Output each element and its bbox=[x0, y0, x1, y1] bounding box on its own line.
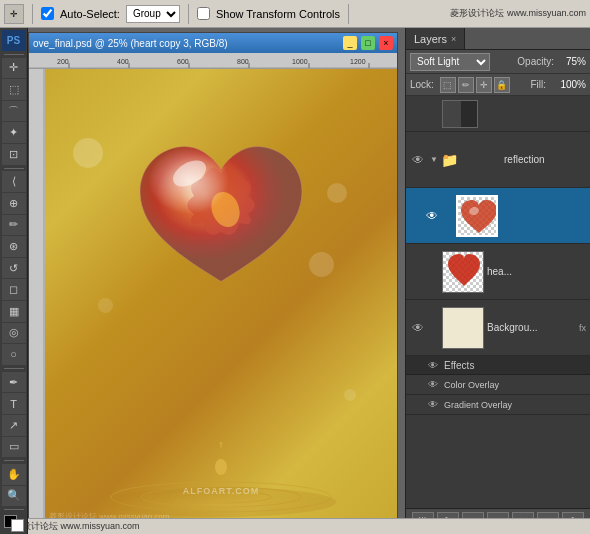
minimize-button[interactable]: _ bbox=[343, 36, 357, 50]
layer-bg-arrow bbox=[429, 320, 439, 336]
layer-hea-thumbnail bbox=[442, 251, 484, 293]
layer-item-background[interactable]: 👁 Backgrou... fx bbox=[406, 300, 590, 356]
bokeh-5 bbox=[344, 389, 356, 401]
effects-label: Effects bbox=[444, 360, 474, 371]
fill-value[interactable]: 100% bbox=[550, 79, 586, 90]
path-select-tool[interactable]: ↗ bbox=[2, 415, 26, 436]
lock-all-btn[interactable]: 🔒 bbox=[494, 77, 510, 93]
blend-mode-select[interactable]: Soft Light bbox=[410, 53, 490, 71]
layer-heart-copy-visibility[interactable]: 👁 bbox=[424, 208, 440, 224]
toolbar-divider-2 bbox=[188, 4, 189, 24]
bokeh-4 bbox=[309, 252, 334, 277]
layer-0-arrow bbox=[429, 106, 439, 122]
lock-transparent-btn[interactable]: ⬚ bbox=[440, 77, 456, 93]
crop-tool[interactable]: ⊡ bbox=[2, 144, 26, 165]
layer-reflection-arrow[interactable]: ▼ bbox=[429, 152, 439, 168]
layer-hea-arrow bbox=[429, 264, 439, 280]
transform-controls-checkbox[interactable] bbox=[197, 7, 210, 20]
document-titlebar: ove_final.psd @ 25% (heart copy 3, RGB/8… bbox=[29, 33, 397, 53]
layers-tab[interactable]: Layers × bbox=[406, 28, 465, 49]
tool-separator-4 bbox=[4, 460, 24, 461]
canvas-image-area[interactable]: ALFOART.COM 菱形设计论坛 www.missyuan.com bbox=[45, 69, 397, 526]
maximize-button[interactable]: □ bbox=[361, 36, 375, 50]
lock-position-btn[interactable]: ✛ bbox=[476, 77, 492, 93]
shape-tool[interactable]: ▭ bbox=[2, 437, 26, 458]
opacity-label: Opacity: bbox=[517, 56, 554, 67]
layer-hea-name: hea... bbox=[487, 266, 586, 277]
document-title: ove_final.psd @ 25% (heart copy 3, RGB/8… bbox=[33, 38, 339, 49]
svg-rect-0 bbox=[29, 53, 397, 69]
auto-select-label: Auto-Select: bbox=[60, 8, 120, 20]
eyedropper-tool[interactable]: ⟨ bbox=[2, 171, 26, 192]
move-tool[interactable]: ✛ bbox=[2, 58, 26, 79]
blur-tool[interactable]: ◎ bbox=[2, 323, 26, 344]
site-watermark: 菱形设计论坛 www.missyuan.com bbox=[450, 7, 586, 20]
color-overlay-name: Color Overlay bbox=[444, 380, 499, 390]
text-tool[interactable]: T bbox=[2, 393, 26, 414]
tool-separator-3 bbox=[4, 368, 24, 369]
layer-reflection-visibility[interactable]: 👁 bbox=[410, 152, 426, 168]
brush-tool[interactable]: ✏ bbox=[2, 215, 26, 236]
svg-text:1000: 1000 bbox=[292, 58, 308, 65]
heal-tool[interactable]: ⊕ bbox=[2, 193, 26, 214]
lasso-tool[interactable]: ⌒ bbox=[2, 101, 26, 122]
tool-separator-5 bbox=[4, 509, 24, 510]
tool-separator-1 bbox=[4, 54, 24, 55]
eraser-tool[interactable]: ◻ bbox=[2, 279, 26, 300]
zoom-tool[interactable]: 🔍 bbox=[2, 486, 26, 507]
layer-item-reflection[interactable]: 👁 ▼ 📁 reflection bbox=[406, 132, 590, 188]
lock-icons-group: ⬚ ✏ ✛ 🔒 bbox=[440, 77, 510, 93]
tool-ps-logo: PS bbox=[2, 30, 26, 51]
pen-tool[interactable]: ✒ bbox=[2, 372, 26, 393]
hand-tool[interactable]: ✋ bbox=[2, 464, 26, 485]
effect-color-overlay[interactable]: 👁 Color Overlay bbox=[406, 375, 590, 395]
show-transform-label: Show Transform Controls bbox=[216, 8, 340, 20]
selection-tool[interactable]: ⬚ bbox=[2, 79, 26, 100]
background-color[interactable] bbox=[11, 519, 24, 532]
layers-tab-close[interactable]: × bbox=[451, 34, 456, 44]
svg-rect-24 bbox=[443, 101, 461, 128]
layer-item-heart-copy[interactable]: 👁 bbox=[406, 188, 590, 244]
ruler-svg: 200 400 600 800 1000 1200 bbox=[29, 53, 397, 69]
lock-row: Lock: ⬚ ✏ ✛ 🔒 Fill: 100% bbox=[406, 74, 590, 96]
fill-label: Fill: bbox=[530, 79, 546, 90]
gradient-overlay-eye[interactable]: 👁 bbox=[426, 398, 440, 412]
layer-bg-thumbnail bbox=[442, 307, 484, 349]
layer-0-thumbnail bbox=[442, 100, 478, 128]
effects-header-row: 👁 Effects bbox=[406, 356, 590, 375]
bokeh-2 bbox=[327, 183, 347, 203]
auto-select-checkbox[interactable] bbox=[41, 7, 54, 20]
move-tool-icon[interactable]: ✛ bbox=[4, 4, 24, 24]
clone-stamp-tool[interactable]: ⊛ bbox=[2, 236, 26, 257]
effects-eye[interactable]: 👁 bbox=[426, 358, 440, 372]
layer-bg-visibility[interactable]: 👁 bbox=[410, 320, 426, 336]
layer-item-0[interactable] bbox=[406, 96, 590, 132]
auto-select-dropdown[interactable]: Group bbox=[126, 5, 180, 23]
color-swatches[interactable] bbox=[4, 515, 24, 532]
toolbar-divider-1 bbox=[32, 4, 33, 24]
color-overlay-eye[interactable]: 👁 bbox=[426, 378, 440, 392]
history-tool[interactable]: ↺ bbox=[2, 258, 26, 279]
horizontal-ruler: 200 400 600 800 1000 1200 bbox=[29, 53, 397, 69]
layer-heart-copy-arrow bbox=[443, 208, 453, 224]
left-tools-panel: PS ✛ ⬚ ⌒ ✦ ⊡ ⟨ ⊕ ✏ ⊛ ↺ ◻ ▦ ◎ ○ ✒ T ↗ ▭ ✋… bbox=[0, 28, 28, 534]
opacity-value[interactable]: 75% bbox=[558, 56, 586, 67]
layer-bg-name: Backgrou... bbox=[487, 322, 574, 333]
canvas-content: ALFOART.COM 菱形设计论坛 www.missyuan.com bbox=[45, 69, 397, 526]
water-ripples-svg bbox=[101, 437, 341, 517]
layers-panel: Layers × Soft Light Opacity: 75% Lock: ⬚… bbox=[405, 28, 590, 534]
magic-wand-tool[interactable]: ✦ bbox=[2, 122, 26, 143]
lock-image-btn[interactable]: ✏ bbox=[458, 77, 474, 93]
bottom-status-bar: 菱形设计论坛 www.missyuan.com bbox=[0, 518, 590, 534]
dodge-tool[interactable]: ○ bbox=[2, 344, 26, 365]
close-button[interactable]: × bbox=[379, 36, 393, 50]
layer-list[interactable]: 👁 ▼ 📁 reflection 👁 bbox=[406, 96, 590, 508]
effect-gradient-overlay[interactable]: 👁 Gradient Overlay bbox=[406, 395, 590, 415]
gradient-tool[interactable]: ▦ bbox=[2, 301, 26, 322]
layer-reflection-thumbnail-space bbox=[459, 139, 501, 181]
layer-item-hea[interactable]: hea... bbox=[406, 244, 590, 300]
heart-svg bbox=[131, 138, 311, 308]
svg-text:400: 400 bbox=[117, 58, 129, 65]
canvas-watermark: ALFOART.COM bbox=[183, 486, 260, 496]
svg-text:200: 200 bbox=[57, 58, 69, 65]
